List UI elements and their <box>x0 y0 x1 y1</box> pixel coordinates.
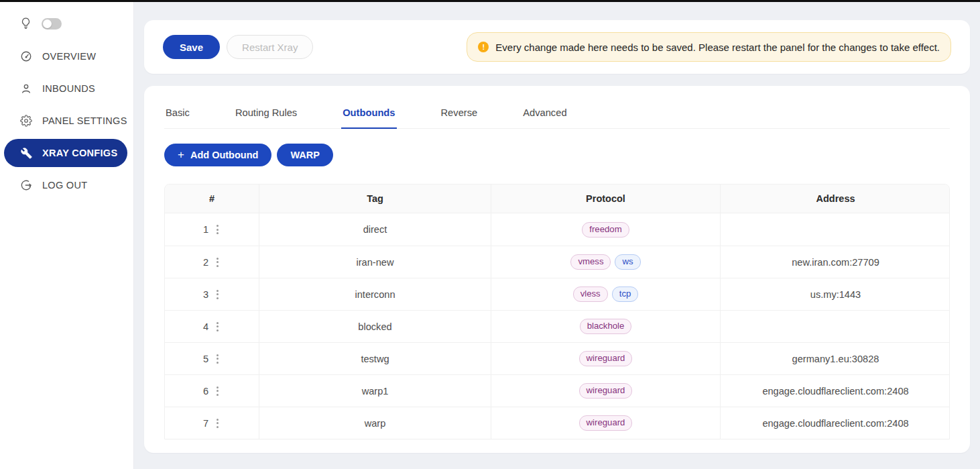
row-index-cell: 1 <box>165 213 259 246</box>
protocol-cell: wireguard <box>491 342 720 374</box>
restart-xray-button[interactable]: Restart Xray <box>227 35 313 59</box>
warp-button[interactable]: WARP <box>277 144 333 166</box>
row-index-cell: 6 <box>165 374 259 407</box>
tag-cell: iran-new <box>259 246 491 278</box>
protocol-cell: wireguard <box>491 374 720 407</box>
save-button[interactable]: Save <box>163 35 220 59</box>
toolbar-card: Save Restart Xray ! Every change made he… <box>144 20 970 74</box>
address-cell: new.iran.com:27709 <box>720 246 950 278</box>
row-number: 3 <box>203 289 208 300</box>
sidebar-item-label: OVERVIEW <box>42 51 96 62</box>
warp-label: WARP <box>290 150 320 160</box>
kebab-menu-icon[interactable] <box>215 288 221 301</box>
sidebar-item-label: LOG OUT <box>42 180 87 191</box>
tab-basic[interactable]: Basic <box>164 103 191 129</box>
table-row: 2iran-newvmesswsnew.iran.com:27709 <box>165 246 949 278</box>
dashboard-icon <box>20 50 32 62</box>
dark-mode-toggle[interactable] <box>42 18 62 30</box>
kebab-menu-icon[interactable] <box>215 417 221 430</box>
table-row: 3interconnvlesstcpus.my:1443 <box>165 278 949 310</box>
sidebar-item-overview[interactable]: OVERVIEW <box>0 40 133 72</box>
tag-cell: testwg <box>259 342 491 374</box>
row-index-cell: 7 <box>165 407 259 439</box>
add-outbound-label: Add Outbound <box>190 150 258 160</box>
row-number: 4 <box>203 321 208 332</box>
table-body: 1directfreedom2iran-newvmesswsnew.iran.c… <box>165 213 949 439</box>
wrench-icon <box>20 147 32 159</box>
sidebar-nav: OVERVIEW INBOUNDS <box>0 40 133 201</box>
protocol-badge: vmess <box>570 254 611 270</box>
row-number: 1 <box>203 224 208 235</box>
address-cell: engage.cloudflareclient.com:2408 <box>720 407 950 439</box>
protocol-cell: blackhole <box>491 310 720 342</box>
kebab-menu-icon[interactable] <box>215 384 221 398</box>
logout-icon <box>20 179 32 191</box>
tab-outbounds[interactable]: Outbounds <box>341 103 396 129</box>
tab-advanced[interactable]: Advanced <box>522 103 568 129</box>
protocol-badge: tcp <box>612 286 639 302</box>
table-row: 7warpwireguardengage.cloudflareclient.co… <box>165 407 949 439</box>
protocol-badge: blackhole <box>580 319 632 334</box>
kebab-menu-icon[interactable] <box>215 320 221 333</box>
row-number: 2 <box>203 257 208 268</box>
tag-cell: blocked <box>259 310 491 342</box>
row-number: 6 <box>203 386 208 397</box>
table-row: 6warp1wireguardengage.cloudflareclient.c… <box>165 374 949 407</box>
plus-icon: + <box>178 149 184 160</box>
theme-toggle-row <box>0 16 133 31</box>
protocol-cell: freedom <box>491 213 720 246</box>
table-row: 5testwgwireguardgermany1.eu:30828 <box>165 342 949 374</box>
protocol-badge: wireguard <box>579 415 633 431</box>
add-outbound-button[interactable]: + Add Outbound <box>164 144 271 166</box>
kebab-menu-icon[interactable] <box>215 256 221 269</box>
sidebar-item-panel-settings[interactable]: PANEL SETTINGS <box>0 105 133 137</box>
row-index-cell: 5 <box>165 342 259 374</box>
row-number: 5 <box>203 354 208 364</box>
unsaved-changes-alert: ! Every change made here needs to be sav… <box>467 32 951 62</box>
sidebar-item-inbounds[interactable]: INBOUNDS <box>0 72 133 105</box>
row-index-cell: 4 <box>165 310 259 342</box>
sidebar-item-xray-configs[interactable]: XRAY CONFIGS <box>0 137 133 169</box>
toggle-knob <box>43 19 52 28</box>
address-cell <box>720 213 950 246</box>
main-area: Save Restart Xray ! Every change made he… <box>134 0 980 469</box>
sidebar-item-label: PANEL SETTINGS <box>42 115 127 126</box>
outbound-actions-row: + Add Outbound WARP <box>164 144 950 166</box>
user-icon <box>20 83 32 95</box>
sidebar: OVERVIEW INBOUNDS <box>0 0 134 469</box>
sidebar-item-label: INBOUNDS <box>42 83 95 94</box>
tag-cell: warp <box>259 407 491 439</box>
protocol-badge: freedom <box>582 222 629 238</box>
warning-icon: ! <box>478 42 489 52</box>
table-row: 1directfreedom <box>165 213 949 246</box>
tab-bar: Basic Routing Rules Outbounds Reverse Ad… <box>164 103 950 129</box>
xray-configs-card: Basic Routing Rules Outbounds Reverse Ad… <box>144 86 970 453</box>
row-number: 7 <box>203 418 208 429</box>
sidebar-item-log-out[interactable]: LOG OUT <box>0 169 133 201</box>
sidebar-item-label: XRAY CONFIGS <box>42 148 117 158</box>
protocol-badge: wireguard <box>579 383 633 399</box>
tab-reverse[interactable]: Reverse <box>440 103 479 129</box>
tab-routing-rules[interactable]: Routing Rules <box>234 103 298 129</box>
protocol-badge: ws <box>615 254 640 270</box>
protocol-badge: vless <box>573 286 608 302</box>
gear-icon <box>20 115 32 127</box>
header-index: # <box>165 185 259 213</box>
outbounds-table: # Tag Protocol Address 1directfreedom2ir… <box>164 184 950 439</box>
top-edge-strip <box>0 0 980 2</box>
kebab-menu-icon[interactable] <box>215 352 221 366</box>
protocol-cell: wireguard <box>491 407 720 439</box>
address-cell: engage.cloudflareclient.com:2408 <box>720 374 950 407</box>
header-protocol: Protocol <box>491 185 720 213</box>
kebab-menu-icon[interactable] <box>215 223 221 236</box>
lightbulb-icon <box>20 17 32 30</box>
row-index-cell: 3 <box>165 278 259 310</box>
tag-cell: interconn <box>259 278 491 310</box>
tag-cell: warp1 <box>259 374 491 407</box>
address-cell <box>720 310 950 342</box>
protocol-cell: vlesstcp <box>491 278 720 310</box>
protocol-badge: wireguard <box>579 351 633 366</box>
protocol-cell: vmessws <box>491 246 720 278</box>
row-index-cell: 2 <box>165 246 259 278</box>
address-cell: germany1.eu:30828 <box>720 342 950 374</box>
